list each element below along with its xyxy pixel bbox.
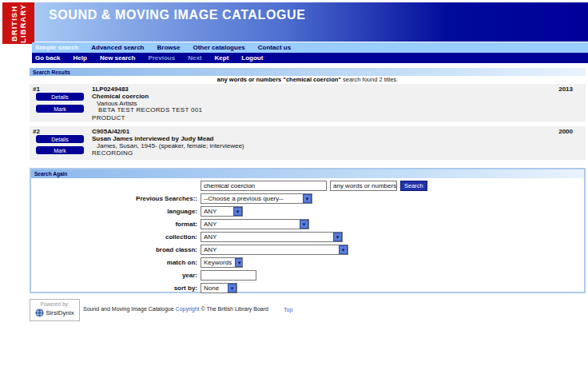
search-query-input[interactable]: [201, 181, 327, 191]
result-item-1: #1 1LP0249483 2013 Details Chemical coer…: [30, 84, 586, 121]
sort-by-label: sort by:: [31, 285, 201, 292]
nav-kept[interactable]: Kept: [215, 54, 229, 62]
copyright-link[interactable]: Copyright: [176, 306, 200, 312]
query-row: any words or numbers ▼ Search: [31, 181, 584, 191]
language-label: language:: [31, 208, 201, 215]
previous-searches-value: --Choose a previous query--: [201, 195, 284, 202]
search-results-title: Search Results: [33, 70, 70, 75]
result-number: #1: [33, 86, 40, 93]
language-row: language: ANY ▼: [31, 206, 584, 217]
chevron-down-icon[interactable]: ▼: [339, 245, 348, 254]
footer-copyright-line: Sound and Moving Image Catalogue Copyrig…: [83, 306, 268, 312]
broad-classn-select[interactable]: ANY ▼: [201, 245, 348, 255]
search-again-section: Search Again any words or numbers ▼ Sear…: [30, 168, 586, 293]
logo-text-library: LIBRARY: [19, 4, 27, 43]
nav-go-back[interactable]: Go back: [35, 54, 61, 62]
details-button[interactable]: Details: [36, 93, 84, 101]
tab-browse[interactable]: Browse: [157, 44, 181, 51]
logo-text-british: BRITISH: [10, 6, 18, 42]
language-select[interactable]: ANY ▼: [201, 206, 243, 217]
chevron-down-icon[interactable]: ▼: [300, 220, 308, 229]
result-material-type: RECORDING: [92, 149, 133, 157]
result-id: C905A/42/01: [92, 128, 129, 135]
footer-text-before: Sound and Moving Image Catalogue: [83, 306, 176, 312]
chevron-down-icon[interactable]: ▼: [228, 284, 236, 292]
collection-row: collection: ANY ▼: [31, 232, 584, 242]
result-year: 2013: [558, 86, 573, 93]
chevron-down-icon[interactable]: ▼: [303, 194, 312, 203]
footer-text-after: © The British Library Board: [200, 306, 268, 312]
search-type-value: any words or numbers: [331, 182, 396, 189]
broad-classn-value: ANY: [201, 246, 217, 253]
nav-help[interactable]: Help: [74, 54, 87, 62]
tab-advanced-search[interactable]: Advanced search: [91, 44, 144, 51]
year-row: year:: [31, 270, 584, 281]
sirsidynix-brand: SirsiDynix: [46, 309, 74, 316]
powered-by-label: Powered by:: [30, 301, 79, 307]
result-year: 2000: [558, 128, 573, 135]
app-header: SOUND & MOVING IMAGE CATALOGUE: [34, 2, 588, 42]
search-again-form: any words or numbers ▼ Search Previous S…: [31, 178, 584, 293]
results-summary-count: search found 2 titles.: [341, 76, 398, 83]
nav-next: Next: [188, 54, 201, 62]
tab-contact-us[interactable]: Contact us: [258, 44, 291, 51]
result-publisher: BETA TEST RECORDS TEST 001: [98, 106, 202, 113]
format-value: ANY: [201, 221, 217, 228]
result-item-2: #2 C905A/42/01 2000 Details Susan James …: [30, 126, 586, 160]
search-again-title: Search Again: [34, 171, 67, 177]
mark-button[interactable]: Mark: [36, 146, 84, 154]
previous-searches-select[interactable]: --Choose a previous query-- ▼: [201, 193, 312, 204]
nav-new-search[interactable]: New search: [100, 54, 135, 62]
nav-previous: Previous: [148, 54, 175, 62]
details-button[interactable]: Details: [36, 135, 84, 143]
previous-searches-row: Previous Searches:: --Choose a previous …: [31, 193, 584, 204]
search-results-header: Search Results: [30, 68, 586, 76]
sort-by-select[interactable]: None ▼: [201, 283, 237, 293]
tab-other-catalogues[interactable]: Other catalogues: [193, 44, 244, 51]
result-material-type: PRODUCT: [92, 114, 125, 121]
nav-bar: Go back Help New search Previous Next Ke…: [32, 53, 588, 63]
format-row: format: ANY ▼: [31, 219, 584, 229]
collection-select[interactable]: ANY ▼: [201, 232, 343, 242]
chevron-down-icon[interactable]: ▼: [233, 207, 242, 216]
match-on-select[interactable]: Keywords ▼: [201, 257, 243, 268]
sort-by-value: None: [201, 285, 219, 292]
nav-logout[interactable]: Logout: [241, 54, 263, 62]
result-author: James, Susan, 1945- (speaker, female; in…: [97, 142, 244, 149]
tab-bar: Simple search Advanced search Browse Oth…: [32, 42, 588, 53]
footer: Powered by: SirsiDynix Sound and Moving …: [30, 299, 586, 324]
language-value: ANY: [201, 208, 217, 215]
chevron-down-icon[interactable]: ▼: [333, 233, 342, 241]
broad-classn-label: broad classn:: [31, 246, 201, 253]
collection-label: collection:: [31, 233, 201, 241]
year-input[interactable]: [201, 270, 256, 281]
sirsidynix-logo-box: Powered by: SirsiDynix: [30, 299, 80, 321]
result-id: 1LP0249483: [92, 86, 129, 93]
format-label: format:: [31, 221, 201, 228]
search-type-select[interactable]: any words or numbers ▼: [330, 181, 397, 191]
sort-by-row: sort by: None ▼: [31, 283, 584, 293]
result-number: #2: [33, 128, 40, 135]
chevron-down-icon[interactable]: ▼: [235, 258, 243, 267]
results-summary: any words or numbers "chemical coercion"…: [30, 76, 586, 83]
british-library-logo: BRITISH LIBRARY: [2, 2, 34, 44]
match-on-label: match on:: [31, 259, 201, 266]
mark-button[interactable]: Mark: [36, 105, 84, 113]
catalogue-page: BRITISH LIBRARY SOUND & MOVING IMAGE CAT…: [0, 0, 588, 386]
previous-searches-label: Previous Searches::: [31, 195, 201, 202]
results-summary-query: any words or numbers "chemical coercion": [217, 76, 341, 83]
page-title: SOUND & MOVING IMAGE CATALOGUE: [49, 8, 305, 22]
top-link[interactable]: Top: [284, 307, 292, 312]
match-on-value: Keywords: [201, 259, 232, 266]
format-select[interactable]: ANY ▼: [201, 219, 309, 229]
globe-icon: [35, 308, 44, 317]
collection-value: ANY: [201, 233, 217, 241]
broad-classn-row: broad classn: ANY ▼: [31, 245, 584, 255]
match-on-row: match on: Keywords ▼: [31, 257, 584, 268]
tab-simple-search[interactable]: Simple search: [35, 44, 78, 51]
search-again-header: Search Again: [31, 169, 584, 178]
year-label: year:: [31, 272, 201, 279]
search-button[interactable]: Search: [400, 181, 427, 191]
